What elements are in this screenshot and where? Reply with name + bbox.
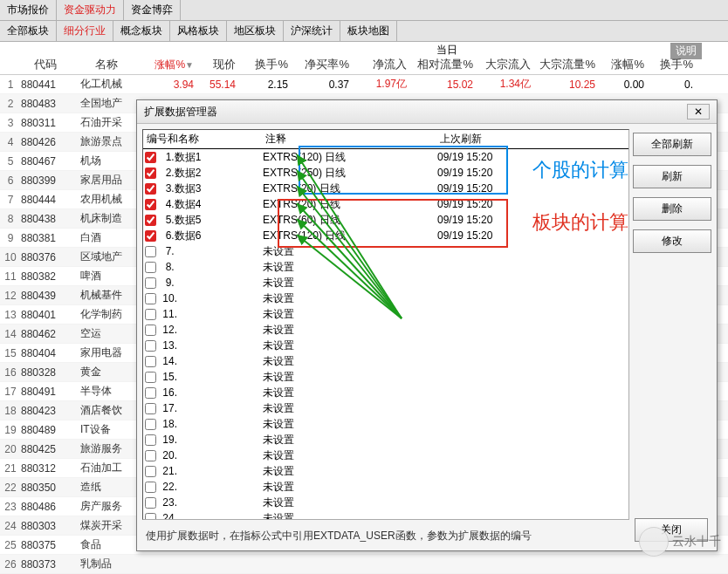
- tab-细分行业[interactable]: 细分行业: [57, 21, 113, 41]
- cell-note: 未设置: [263, 511, 437, 521]
- list-item[interactable]: 15.未设置: [143, 369, 628, 385]
- list-item[interactable]: 6.数据6EXTRS(120) 日线09/19 15:20: [143, 228, 628, 243]
- list-item[interactable]: 19.未设置: [143, 432, 628, 448]
- delete-button[interactable]: 删除: [633, 197, 711, 221]
- tab-资金博弈[interactable]: 资金博弈: [124, 0, 181, 20]
- list-item[interactable]: 2.数据2EXTRS(250) 日线09/19 15:20: [143, 165, 628, 181]
- col-turn[interactable]: 换手%: [241, 57, 288, 72]
- row-checkbox[interactable]: [145, 372, 156, 383]
- cell-i: 11: [3, 270, 17, 283]
- cell-in: 1.97亿: [358, 77, 407, 92]
- cell-name: 旅游服务: [80, 441, 143, 456]
- list-item[interactable]: 24.未设置: [143, 510, 628, 520]
- row-checkbox[interactable]: [145, 466, 156, 477]
- row-checkbox[interactable]: [145, 497, 156, 509]
- tab-板块地图[interactable]: 板块地图: [340, 21, 397, 41]
- cell-i: 20: [3, 443, 17, 455]
- tab-资金驱动力[interactable]: 资金驱动力: [57, 0, 124, 20]
- tab-沪深统计[interactable]: 沪深统计: [284, 21, 340, 41]
- col-in[interactable]: 净流入: [358, 57, 407, 72]
- dialog-hint: 使用扩展数据时，在指标公式中引用EXTDATA_USER函数，参数为扩展数据的编…: [146, 525, 629, 547]
- cell-code: 880438: [21, 213, 70, 225]
- list-item[interactable]: 20.未设置: [143, 448, 628, 463]
- close-icon[interactable]: ✕: [687, 104, 710, 120]
- col-blkflow[interactable]: 大宗流量%: [536, 57, 595, 72]
- row-checkbox[interactable]: [145, 419, 156, 430]
- row-checkbox[interactable]: [145, 183, 156, 195]
- col-net[interactable]: 净买率%: [293, 57, 349, 72]
- cell-i: 18: [3, 405, 17, 417]
- list-item[interactable]: 1.数据1EXTRS(120) 日线09/19 15:20: [143, 149, 628, 165]
- cell-note: 未设置: [263, 291, 437, 306]
- list-item[interactable]: 23.未设置: [143, 495, 628, 510]
- row-checkbox[interactable]: [145, 309, 156, 320]
- row-checkbox[interactable]: [145, 215, 156, 226]
- row-checkbox[interactable]: [145, 230, 156, 242]
- cell-i: 14: [3, 328, 17, 340]
- list-item[interactable]: 3.数据3EXTRS(20) 日线09/19 15:20: [143, 181, 628, 196]
- row-checkbox[interactable]: [145, 482, 156, 493]
- row-checkbox[interactable]: [145, 167, 156, 179]
- tab-市场报价[interactable]: 市场报价: [0, 0, 57, 20]
- cell-i: 8: [3, 213, 17, 225]
- row-checkbox[interactable]: [145, 403, 156, 414]
- list-item[interactable]: 14.未设置: [143, 353, 628, 369]
- table-row[interactable]: 1880441化工机械3.9455.142.150.371.97亿15.021.…: [0, 75, 728, 94]
- cell-name: 11.: [160, 308, 263, 320]
- cell-name: 13.: [160, 339, 263, 352]
- list-item[interactable]: 17.未设置: [143, 400, 628, 416]
- cell-name: 啤酒: [80, 269, 143, 284]
- list-item[interactable]: 11.未设置: [143, 306, 628, 322]
- tab-风格板块[interactable]: 风格板块: [170, 21, 227, 41]
- watermark: 云水十千: [639, 527, 721, 557]
- col-name[interactable]: 名称: [80, 57, 133, 72]
- col-code[interactable]: 代码: [21, 57, 70, 72]
- list-item[interactable]: 16.未设置: [143, 385, 628, 400]
- list-item[interactable]: 4.数据4EXTRS(20) 日线09/19 15:20: [143, 196, 628, 212]
- data-list[interactable]: 编号和名称 注释 上次刷新 1.数据1EXTRS(120) 日线09/19 15…: [142, 129, 629, 520]
- refresh-all-button[interactable]: 全部刷新: [633, 133, 711, 156]
- list-col-refresh: 上次刷新: [440, 132, 545, 147]
- col-chg[interactable]: 涨幅%: [601, 57, 644, 72]
- row-checkbox[interactable]: [145, 262, 156, 273]
- row-checkbox[interactable]: [145, 450, 156, 461]
- list-item[interactable]: 21.未设置: [143, 463, 628, 479]
- table-row[interactable]: 26880373乳制品: [0, 555, 728, 574]
- row-checkbox[interactable]: [145, 356, 156, 367]
- edit-button[interactable]: 修改: [633, 229, 711, 253]
- list-item[interactable]: 7.未设置: [143, 243, 628, 259]
- row-checkbox[interactable]: [145, 325, 156, 336]
- cell-code: 880312: [21, 462, 70, 475]
- list-item[interactable]: 13.未设置: [143, 338, 628, 353]
- row-checkbox[interactable]: [145, 199, 156, 210]
- list-item[interactable]: 12.未设置: [143, 322, 628, 338]
- row-checkbox[interactable]: [145, 387, 156, 399]
- row-checkbox[interactable]: [145, 434, 156, 446]
- row-checkbox[interactable]: [145, 152, 156, 163]
- list-item[interactable]: 10.未设置: [143, 290, 628, 306]
- cell-name: 12.: [160, 324, 263, 336]
- col-tov[interactable]: 换手%: [649, 57, 693, 72]
- cell-code: 880491: [21, 386, 70, 398]
- tab-地区板块[interactable]: 地区板块: [227, 21, 284, 41]
- list-item[interactable]: 18.未设置: [143, 416, 628, 432]
- col-pct[interactable]: 涨幅%▼: [141, 58, 194, 72]
- col-price[interactable]: 现价: [197, 57, 236, 72]
- tab-概念板块[interactable]: 概念板块: [113, 21, 170, 41]
- cell-name: 半导体: [80, 384, 143, 399]
- row-checkbox[interactable]: [145, 340, 156, 352]
- col-rel[interactable]: 相对流量%: [412, 57, 473, 72]
- list-item[interactable]: 22.未设置: [143, 479, 628, 495]
- tab-全部板块[interactable]: 全部板块: [0, 21, 57, 41]
- row-checkbox[interactable]: [145, 246, 156, 257]
- row-checkbox[interactable]: [145, 277, 156, 289]
- row-checkbox[interactable]: [145, 513, 156, 521]
- list-item[interactable]: 9.未设置: [143, 275, 628, 290]
- refresh-button[interactable]: 刷新: [633, 165, 711, 188]
- cell-name: 煤炭开采: [80, 518, 143, 533]
- row-checkbox[interactable]: [145, 293, 156, 304]
- cell-code: 880467: [21, 155, 70, 167]
- list-item[interactable]: 5.数据5EXTRS(60) 日线09/19 15:20: [143, 212, 628, 228]
- col-blkin[interactable]: 大宗流入: [478, 57, 531, 72]
- list-item[interactable]: 8.未设置: [143, 259, 628, 275]
